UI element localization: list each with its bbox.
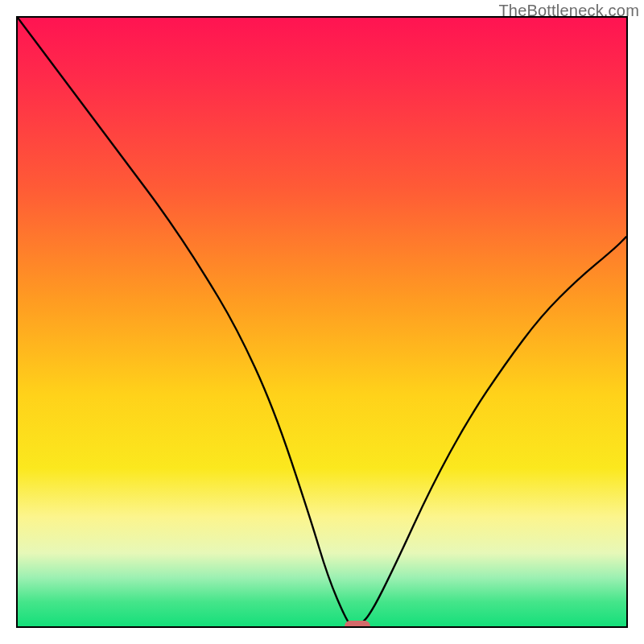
chart-container: TheBottleneck.com (0, 0, 644, 644)
minimum-marker (345, 621, 370, 628)
curve-svg (18, 18, 626, 626)
plot-area (16, 16, 628, 628)
bottleneck-curve (18, 18, 626, 626)
